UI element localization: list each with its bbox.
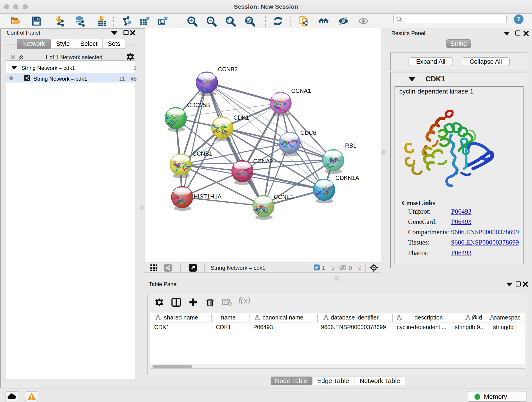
svg-text:CCNB1: CCNB1 bbox=[192, 150, 212, 157]
svg-text:CCNB2: CCNB2 bbox=[218, 66, 238, 72]
svg-text:RB1: RB1 bbox=[345, 142, 356, 149]
svg-text:HIST1H1A: HIST1H1A bbox=[194, 193, 222, 200]
svg-text:CDC25B: CDC25B bbox=[187, 102, 210, 108]
svg-text:CDKN1A: CDKN1A bbox=[336, 175, 359, 181]
svg-text:CCNA1: CCNA1 bbox=[291, 88, 311, 94]
svg-text:CCNE1: CCNE1 bbox=[274, 194, 293, 200]
svg-text:CDK1: CDK1 bbox=[234, 114, 249, 121]
svg-text:CDC6: CDC6 bbox=[300, 129, 316, 136]
svg-text:CCNA2: CCNA2 bbox=[253, 158, 273, 164]
